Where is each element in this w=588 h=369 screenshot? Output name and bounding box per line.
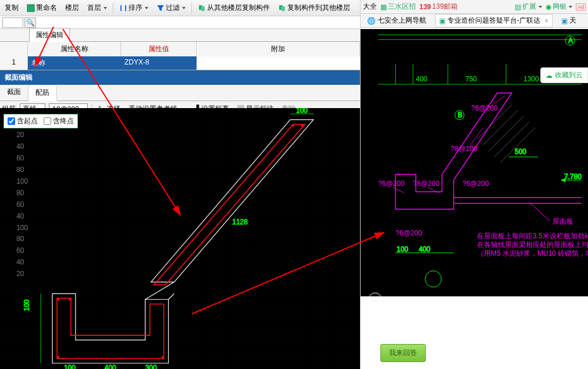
svg-point-27 [162, 356, 164, 359]
caret-icon [569, 6, 572, 8]
svg-text:300: 300 [145, 364, 157, 369]
first-floor-dropdown[interactable]: 首层 [85, 2, 109, 14]
section-subtabs: 截面 配筋 [0, 85, 360, 101]
shield-icon: ◉ [546, 3, 551, 11]
svg-text:100: 100 [16, 177, 28, 185]
copy-label: 复制 [5, 3, 19, 13]
row-value: ZDYX-8 [121, 56, 197, 70]
svg-text:40: 40 [16, 258, 24, 266]
copy-to-label: 复制构件到其他楼层 [287, 3, 350, 13]
copy-from-button[interactable]: 从其他楼层复制构件 [195, 2, 272, 14]
chk-start[interactable]: 含起点 [8, 116, 38, 126]
btab-1[interactable]: 🌐七安全上网导航 [363, 14, 430, 27]
cloud-label: 收藏到云 [555, 70, 583, 80]
logo-icon: ▦ [380, 3, 387, 11]
svg-text:屋面板处天沟、斜板配筋: 屋面板处天沟、斜板配筋 [387, 296, 464, 296]
col-name: 属性名称 [28, 42, 121, 56]
ad-badge: Ad [576, 3, 586, 10]
bt-wangyin[interactable]: ◉网银 [546, 2, 572, 12]
rename-button[interactable]: 重命名 [24, 2, 59, 14]
copy-button[interactable]: 复制 [2, 2, 21, 14]
bt-sanshui[interactable]: ▦三水区招 [380, 2, 416, 12]
tab-strip: 属性编辑 [0, 29, 360, 42]
property-grid: 属性名称 属性值 附加 1 名称 ZDYX-8 [0, 42, 360, 70]
chk-start-label: 含起点 [17, 116, 38, 126]
spec1-text: ?6@200 [471, 104, 498, 112]
spec4-text: ?8@200 [413, 180, 440, 188]
svg-text:100: 100 [64, 364, 76, 369]
svg-text:60: 60 [16, 154, 24, 162]
copy-to-icon [278, 4, 286, 12]
answer-label: 我来回答 [389, 349, 417, 357]
separator [113, 2, 113, 14]
page-icon: ▣ [561, 17, 568, 25]
svg-text:A: A [568, 37, 573, 45]
search-row: 🔍 [0, 16, 360, 29]
col-value: 属性值 [121, 42, 197, 56]
copy-to-button[interactable]: 复制构件到其他楼层 [276, 2, 352, 14]
svg-text:80: 80 [16, 235, 24, 243]
svg-text:100: 100 [397, 245, 408, 253]
svg-text:400: 400 [416, 75, 427, 83]
caret-icon [182, 7, 186, 9]
svg-point-26 [57, 356, 59, 359]
btab-3[interactable]: ▣天 [557, 14, 580, 27]
svg-text:在屋面板上每间距3.5米设栏板加劲砖墙: 在屋面板上每间距3.5米设栏板加劲砖墙 [477, 232, 588, 240]
chk-end-input[interactable] [44, 117, 51, 125]
caret-icon [104, 7, 107, 9]
svg-text:20: 20 [16, 270, 24, 278]
spec2-text: ?8@100 [451, 145, 477, 153]
filter-icon [156, 4, 165, 12]
btab-2[interactable]: ▣专业造价问题答疑平台-广联达× [435, 14, 553, 27]
panel-title: 截面编辑 [0, 70, 360, 85]
row-attach [197, 56, 360, 70]
copy-from-label: 从其他楼层复制构件 [207, 3, 270, 13]
svg-point-23 [301, 124, 303, 127]
sort-button[interactable]: 排序 [117, 2, 151, 14]
bt-139mail[interactable]: 139139邮箱 [419, 2, 458, 12]
page-icon: ▣ [439, 17, 446, 25]
row-name: 名称 [28, 56, 121, 70]
svg-text:60: 60 [16, 200, 24, 209]
col-index [0, 42, 28, 56]
chk-end[interactable]: 含终点 [44, 116, 74, 126]
ext-icon: ▤ [515, 3, 521, 11]
cad-canvas[interactable]: 02040 6080100 806040 1008060 4020 [0, 108, 360, 369]
subtab-label: 截面 [7, 88, 21, 96]
copy-from-icon [198, 4, 206, 12]
bt-ext[interactable]: ▤扩展 [515, 2, 542, 12]
property-header: 属性名称 属性值 附加 [0, 42, 360, 56]
svg-text:750: 750 [465, 75, 477, 83]
subtab-label: 配筋 [35, 88, 49, 96]
svg-text:80: 80 [16, 166, 24, 174]
floor-button[interactable]: 楼层 [63, 2, 81, 14]
answer-button[interactable]: 我来回答 [380, 344, 426, 362]
svg-text:20: 20 [16, 131, 24, 139]
svg-text:7.780: 7.780 [564, 173, 582, 181]
tab-property-edit[interactable]: 属性编辑 [29, 28, 70, 42]
svg-rect-4 [281, 6, 285, 11]
sort-label: 排序 [129, 3, 142, 13]
search-button[interactable]: 🔍 [24, 17, 36, 28]
bt-daquan[interactable]: 大全 [363, 2, 377, 12]
svg-rect-0 [27, 5, 34, 12]
panel-title-label: 截面编辑 [5, 73, 33, 81]
svg-rect-2 [201, 6, 205, 11]
subtab-rebar[interactable]: 配筋 [28, 85, 57, 101]
svg-point-22 [292, 124, 294, 127]
cloud-icon: ☁ [546, 71, 553, 80]
property-row[interactable]: 1 名称 ZDYX-8 [0, 56, 360, 70]
svg-text:500: 500 [515, 148, 526, 156]
caret-icon [145, 7, 148, 9]
svg-text:2: 2 [372, 296, 377, 296]
svg-text:40: 40 [16, 142, 24, 151]
svg-text:100: 100 [16, 224, 28, 232]
filter-label: 过滤 [166, 3, 180, 13]
close-icon[interactable]: × [544, 17, 548, 25]
filter-button[interactable]: 过滤 [154, 2, 188, 14]
cloud-save-badge[interactable]: ☁ 收藏到云 [540, 67, 588, 83]
subtab-section[interactable]: 截面 [0, 85, 28, 101]
globe-icon: 🌐 [367, 17, 376, 25]
search-input[interactable] [2, 17, 23, 28]
chk-start-input[interactable] [8, 117, 15, 125]
